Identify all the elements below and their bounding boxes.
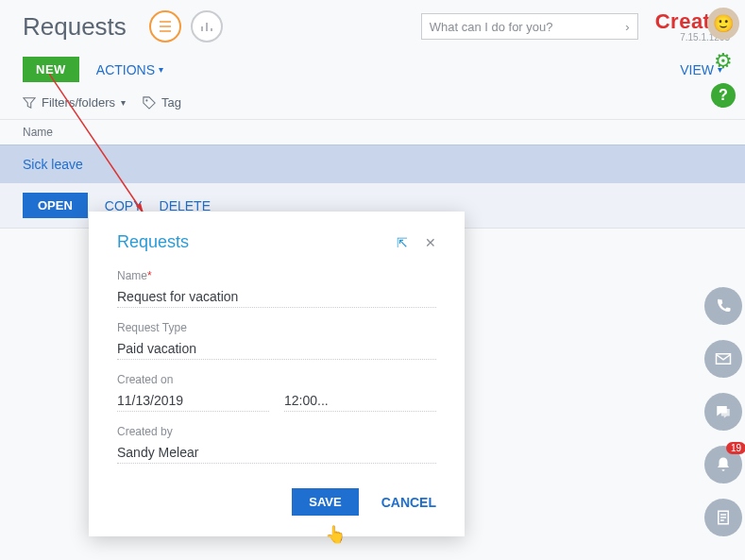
name-field-label: Name* — [117, 269, 436, 282]
process-panel-button[interactable] — [704, 499, 742, 536]
analytics-view-toggle[interactable] — [191, 10, 223, 42]
new-request-modal: Requests ⇱ ✕ Name* Request for vacation … — [89, 212, 465, 536]
created-on-time-field[interactable]: 12:00... — [284, 390, 436, 412]
close-icon[interactable]: ✕ — [425, 235, 436, 250]
filters-folders-label: Filters/folders — [42, 95, 115, 110]
type-field[interactable]: Paid vacation — [117, 338, 436, 360]
column-header-name[interactable]: Name — [0, 119, 745, 144]
notifications-badge: 19 — [726, 442, 745, 454]
open-button[interactable]: OPEN — [23, 193, 88, 218]
filters-folders-toggle[interactable]: Filters/folders ▾ — [23, 95, 126, 110]
save-button[interactable]: SAVE — [292, 488, 358, 516]
modal-title: Requests — [117, 232, 397, 252]
chat-icon — [715, 403, 732, 420]
tag-label: Tag — [161, 95, 181, 110]
list-icon — [158, 19, 173, 34]
bar-chart-icon — [199, 19, 214, 34]
caret-down-icon: ▾ — [121, 97, 126, 108]
created-on-label: Created on — [117, 373, 436, 386]
type-field-label: Request Type — [117, 321, 436, 334]
actions-label: ACTIONS — [96, 62, 155, 77]
name-field[interactable]: Request for vacation — [117, 286, 436, 308]
notifications-panel-button[interactable]: 19 — [704, 446, 742, 484]
gear-icon[interactable]: ⚙ — [711, 49, 736, 74]
help-icon[interactable]: ? — [711, 83, 736, 108]
filter-icon — [23, 96, 36, 110]
tag-icon — [143, 96, 156, 110]
avatar[interactable]: 🙂 — [707, 8, 739, 40]
created-on-date-field[interactable]: 11/13/2019 — [117, 390, 269, 412]
note-icon — [715, 509, 732, 526]
created-by-label: Created by — [117, 425, 436, 438]
chevron-right-icon: › — [625, 20, 629, 34]
email-panel-button[interactable] — [704, 340, 742, 378]
cancel-button[interactable]: CANCEL — [381, 495, 436, 510]
phone-panel-button[interactable] — [704, 287, 742, 325]
table-row[interactable]: Sick leave — [0, 144, 745, 183]
page-title: Requests — [23, 12, 127, 42]
mail-icon — [715, 350, 732, 367]
caret-down-icon: ▾ — [159, 64, 163, 75]
feed-panel-button[interactable] — [704, 393, 742, 431]
bell-icon — [715, 456, 732, 473]
phone-icon — [715, 297, 732, 314]
search-placeholder: What can I do for you? — [430, 20, 626, 34]
global-search-input[interactable]: What can I do for you? › — [421, 13, 638, 40]
actions-menu[interactable]: ACTIONS ▾ — [96, 62, 163, 77]
list-view-toggle[interactable] — [149, 10, 181, 42]
new-button[interactable]: NEW — [23, 57, 79, 82]
expand-icon[interactable]: ⇱ — [397, 235, 408, 250]
created-by-field[interactable]: Sandy Melear — [117, 442, 436, 464]
svg-point-0 — [145, 99, 147, 101]
tag-toggle[interactable]: Tag — [143, 95, 181, 110]
